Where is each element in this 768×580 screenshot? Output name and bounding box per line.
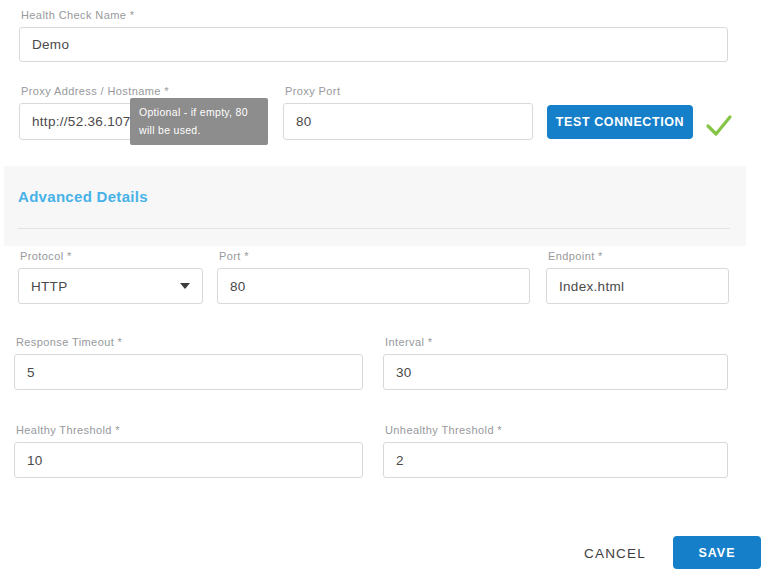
proxy-address-label: Proxy Address / Hostname *	[21, 85, 255, 97]
test-connection-button[interactable]: TEST CONNECTION	[547, 105, 693, 139]
health-check-form: Health Check Name * Proxy Address / Host…	[0, 0, 768, 580]
interval-input[interactable]	[383, 354, 728, 390]
endpoint-field: Endpoint *	[546, 250, 729, 304]
advanced-details-band	[4, 166, 746, 246]
port-input[interactable]	[217, 268, 530, 304]
advanced-details-divider	[18, 228, 730, 229]
healthy-threshold-input[interactable]	[14, 442, 363, 478]
port-label: Port *	[219, 250, 530, 262]
response-timeout-label: Response Timeout *	[16, 336, 363, 348]
port-field: Port *	[217, 250, 530, 304]
proxy-port-tooltip: Optional - if empty, 80 will be used.	[130, 98, 268, 145]
healthy-threshold-field: Healthy Threshold *	[14, 424, 363, 478]
healthy-threshold-label: Healthy Threshold *	[16, 424, 363, 436]
success-check-icon	[704, 110, 734, 140]
proxy-port-field: Proxy Port	[283, 85, 533, 140]
response-timeout-input[interactable]	[14, 354, 363, 390]
health-check-name-label: Health Check Name *	[21, 9, 728, 21]
protocol-select[interactable]: HTTP	[18, 268, 203, 304]
protocol-selected-value: HTTP	[31, 279, 67, 294]
protocol-field: Protocol * HTTP	[18, 250, 203, 304]
endpoint-input[interactable]	[546, 268, 729, 304]
response-timeout-field: Response Timeout *	[14, 336, 363, 390]
unhealthy-threshold-label: Unhealthy Threshold *	[385, 424, 728, 436]
health-check-name-input[interactable]	[19, 27, 728, 62]
health-check-name-field: Health Check Name *	[19, 9, 728, 62]
unhealthy-threshold-input[interactable]	[383, 442, 728, 478]
interval-label: Interval *	[385, 336, 728, 348]
advanced-details-title: Advanced Details	[18, 188, 148, 205]
proxy-port-label: Proxy Port	[285, 85, 533, 97]
save-button[interactable]: SAVE	[673, 536, 761, 569]
protocol-label: Protocol *	[20, 250, 203, 262]
unhealthy-threshold-field: Unhealthy Threshold *	[383, 424, 728, 478]
interval-field: Interval *	[383, 336, 728, 390]
cancel-button[interactable]: CANCEL	[578, 543, 650, 563]
endpoint-label: Endpoint *	[548, 250, 729, 262]
caret-down-icon	[180, 283, 190, 289]
proxy-port-input[interactable]	[283, 103, 533, 140]
